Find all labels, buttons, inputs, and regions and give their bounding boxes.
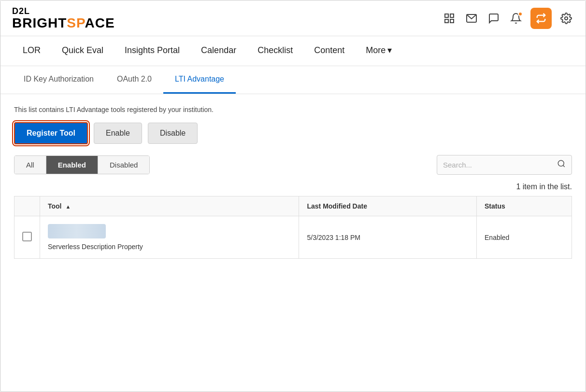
subtab-bar: ID Key Authorization OAuth 2.0 LTI Advan… [0,66,586,94]
table-header-checkbox [14,196,40,216]
chat-icon[interactable] [486,11,501,26]
search-box [437,155,572,175]
gear-icon[interactable] [558,11,574,26]
svg-rect-3 [450,19,454,23]
notification-dot [518,12,523,16]
svg-point-6 [558,160,564,166]
search-button[interactable] [557,159,566,170]
nav-item-content[interactable]: Content [303,37,355,66]
logo-brightspace: BRIGHTSPACE [12,16,115,30]
filter-tabs: All Enabled Disabled [14,155,150,174]
filter-tab-all[interactable]: All [14,156,46,174]
nav-item-more[interactable]: More ▾ [355,36,402,66]
chevron-down-icon: ▾ [387,45,392,56]
mail-icon[interactable] [464,11,479,26]
navbar: LOR Quick Eval Insights Portal Calendar … [0,36,586,66]
logo: D2L BRIGHTSPACE [12,6,115,30]
nav-item-quickeval[interactable]: Quick Eval [51,37,114,66]
search-input[interactable] [443,161,557,169]
row-checkbox-cell [14,216,40,259]
register-tool-button[interactable]: Register Tool [14,122,88,144]
item-count: 1 item in the list. [14,182,572,191]
table-header-last-modified[interactable]: Last Modified Date [299,196,477,216]
filter-tab-enabled[interactable]: Enabled [46,156,98,174]
svg-point-5 [565,17,568,20]
transfer-icon[interactable] [530,8,552,29]
filter-tab-disabled[interactable]: Disabled [98,156,149,174]
main-content: This list contains LTI Advantage tools r… [0,94,586,270]
subtab-lti-advantage[interactable]: LTI Advantage [163,66,236,94]
svg-rect-0 [445,14,448,17]
status-cell: Enabled [477,216,572,259]
app-header: D2L BRIGHTSPACE [0,0,586,36]
table-header-status[interactable]: Status [477,196,572,216]
svg-rect-1 [450,14,454,17]
subtab-oauth[interactable]: OAuth 2.0 [105,66,163,94]
nav-item-checklist[interactable]: Checklist [247,37,303,66]
logo-d2l: D2L [12,6,115,16]
action-buttons: Register Tool Enable Disable [14,122,572,144]
svg-line-7 [563,165,564,167]
sort-arrow-icon: ▲ [65,204,71,210]
tool-thumbnail [48,224,106,238]
list-description: This list contains LTI Advantage tools r… [14,106,572,113]
table-row: Serverless Description Property 5/3/2023… [14,216,572,259]
tool-cell: Serverless Description Property [40,216,299,259]
filter-row: All Enabled Disabled [14,155,572,175]
last-modified-cell: 5/3/2023 1:18 PM [299,216,477,259]
grid-icon[interactable] [442,11,457,26]
nav-item-insights[interactable]: Insights Portal [114,37,190,66]
table-header-tool[interactable]: Tool ▲ [40,196,299,216]
row-checkbox[interactable] [22,232,32,241]
disable-button[interactable]: Disable [148,123,198,144]
subtab-id-key[interactable]: ID Key Authorization [12,66,105,94]
nav-item-lor[interactable]: LOR [12,37,51,66]
header-icons [442,8,574,29]
nav-item-calendar[interactable]: Calendar [190,37,247,66]
bell-icon[interactable] [508,11,524,26]
tool-name: Serverless Description Property [48,243,291,251]
svg-rect-2 [445,19,448,23]
data-table: Tool ▲ Last Modified Date Status Serverl… [14,196,572,259]
enable-button[interactable]: Enable [94,123,142,144]
